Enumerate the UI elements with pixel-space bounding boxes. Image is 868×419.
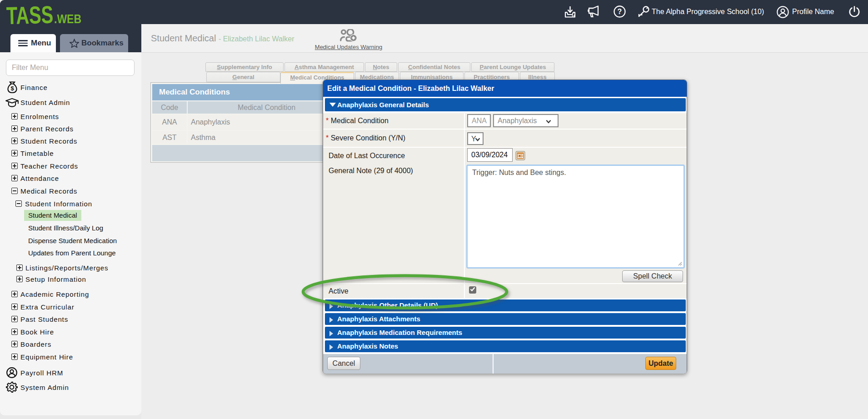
svg-text:?: ? (618, 8, 622, 15)
svg-text:$: $ (10, 85, 14, 92)
